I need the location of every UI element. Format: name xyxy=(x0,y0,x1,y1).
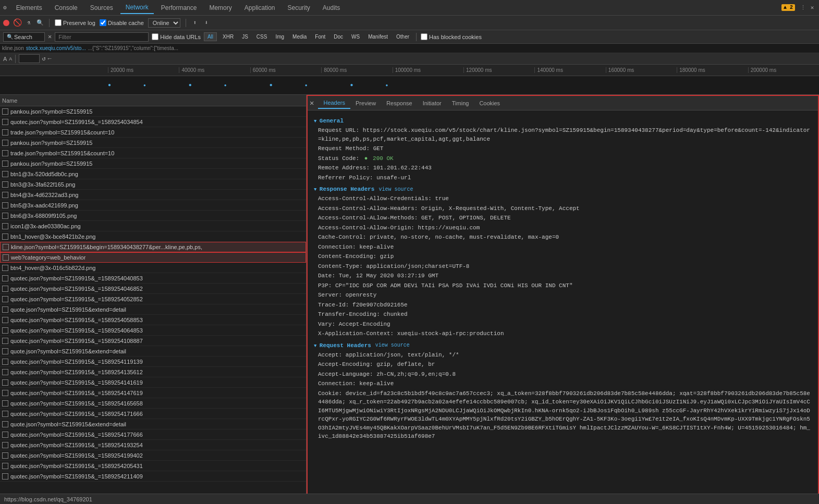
network-row[interactable]: kline.json?symbol=SZ159915&begin=1589340… xyxy=(0,242,306,252)
row-name: btn4_hover@3x-016c5b822d.png xyxy=(10,265,95,271)
has-blocked-checkbox[interactable] xyxy=(421,33,427,40)
network-row[interactable]: quotec.json?symbol=SZ159915&_=1589254040… xyxy=(0,273,306,284)
network-row[interactable]: quote.json?symbol=SZ159915&extend=detail xyxy=(0,304,306,315)
row-icon xyxy=(2,223,8,229)
detail-tab-initiator[interactable]: Initiator xyxy=(418,98,447,108)
network-row[interactable]: quotec.json?symbol=SZ159915&_=1589254199… xyxy=(0,450,306,461)
network-row[interactable]: pankou.json?symbol=SZ159915 xyxy=(0,158,306,169)
ws-filter-btn[interactable]: WS xyxy=(349,33,362,41)
request-headers-view-source[interactable]: view source xyxy=(375,342,410,348)
tab-network[interactable]: Network xyxy=(120,2,154,14)
network-row[interactable]: btn5@3x-aadc421699.png xyxy=(0,200,306,211)
network-row[interactable]: btn1@3x-520dd5db0c.png xyxy=(0,169,306,179)
tab-elements[interactable]: Elements xyxy=(11,2,47,14)
close-devtools-icon[interactable]: ✕ xyxy=(809,4,816,11)
network-row[interactable]: pankou.json?symbol=SZ159915 xyxy=(0,138,306,148)
network-row[interactable]: quotec.json?symbol=SZ159915&_=1589254034… xyxy=(0,117,306,127)
tab-memory[interactable]: Memory xyxy=(204,2,237,14)
network-row[interactable]: icon1@3x-ade03380ac.png xyxy=(0,221,306,231)
network-row[interactable]: btn6@3x-68809f9105.png xyxy=(0,211,306,221)
tab-console[interactable]: Console xyxy=(50,2,83,14)
network-row[interactable]: quotec.json?symbol=SZ159915&_=1589254165… xyxy=(0,398,306,409)
timeline-header: 20000 ms 40000 ms 60000 ms 80000 ms 1000… xyxy=(0,65,819,76)
search-label: Search xyxy=(14,34,32,40)
breadcrumb-file: kline.json xyxy=(2,45,24,51)
media-filter-btn[interactable]: Media xyxy=(290,33,309,41)
network-row[interactable]: btn4@3x-4d62322ad3.png xyxy=(0,190,306,200)
warning-badge[interactable]: ▲ 2 xyxy=(781,4,795,11)
search-icon[interactable]: 🔍 xyxy=(36,19,44,27)
overview-area[interactable]: ● ● ● ● ● ● ● ● xyxy=(0,76,819,95)
js-filter-btn[interactable]: JS xyxy=(239,33,251,41)
hide-data-urls-checkbox[interactable] xyxy=(152,33,158,40)
doc-filter-btn[interactable]: Doc xyxy=(331,33,346,41)
tab-security[interactable]: Security xyxy=(283,2,315,14)
detail-tab-response[interactable]: Response xyxy=(381,98,418,108)
network-row[interactable]: pankou.json?symbol=SZ159915 xyxy=(0,106,306,117)
font-filter-btn[interactable]: Font xyxy=(312,33,328,41)
zoom-back-icon[interactable]: ← xyxy=(48,55,52,63)
filter-icon[interactable]: ⚗ xyxy=(25,19,32,27)
network-row[interactable]: btn3@3x-3fa622f165.png xyxy=(0,179,306,190)
tab-audits[interactable]: Audits xyxy=(317,2,345,14)
css-filter-btn[interactable]: CSS xyxy=(254,33,270,41)
network-row[interactable]: quotec.json?symbol=SZ159915&_=1589254052… xyxy=(0,294,306,304)
network-row[interactable]: quotec.json?symbol=SZ159915&_=1589254058… xyxy=(0,315,306,325)
network-row[interactable]: quote.json?symbol=SZ159915&extend=detail xyxy=(0,346,306,357)
tab-performance[interactable]: Performance xyxy=(156,2,202,14)
network-row[interactable]: quotec.json?symbol=SZ159915&_=1589254193… xyxy=(0,440,306,450)
detail-tab-timing[interactable]: Timing xyxy=(447,98,474,108)
network-row[interactable]: btn1_hover@3x-bce8421b2e.png xyxy=(0,231,306,242)
has-blocked-label[interactable]: Has blocked cookies xyxy=(421,33,482,40)
zoom-input[interactable]: 1.669 xyxy=(19,54,40,63)
row-icon xyxy=(2,317,8,323)
detail-tab-preview[interactable]: Preview xyxy=(350,98,381,108)
record-button[interactable] xyxy=(3,20,9,26)
network-row[interactable]: quotec.json?symbol=SZ159915&_=1589254046… xyxy=(0,284,306,294)
hide-data-urls-label[interactable]: Hide data URLs xyxy=(152,33,201,40)
preserve-log-label[interactable]: Preserve log xyxy=(55,19,95,26)
manifest-filter-btn[interactable]: Manifest xyxy=(365,33,390,41)
network-row[interactable]: quotec.json?symbol=SZ159915&_=1589254108… xyxy=(0,336,306,346)
network-row[interactable]: quotec.json?symbol=SZ159915&_=1589254171… xyxy=(0,409,306,419)
row-name: quote.json?symbol=SZ159915&extend=detail xyxy=(10,421,126,427)
network-row[interactable]: quotec.json?symbol=SZ159915&_=1589254205… xyxy=(0,461,306,471)
network-row[interactable]: trade.json?symbol=SZ159915&count=10 xyxy=(0,148,306,158)
clear-button[interactable]: 🚫 xyxy=(14,19,21,27)
network-row[interactable]: quotec.json?symbol=SZ159915&_=1589254064… xyxy=(0,325,306,336)
network-row[interactable]: quotec.json?symbol=SZ159915&_=1589254211… xyxy=(0,471,306,482)
network-row[interactable]: quotec.json?symbol=SZ159915&_=1589254141… xyxy=(0,377,306,388)
zoom-refresh-icon[interactable]: ↺ xyxy=(42,55,45,63)
detail-tab-cookies[interactable]: Cookies xyxy=(474,98,505,108)
network-row[interactable]: quote.json?symbol=SZ159915&extend=detail xyxy=(0,419,306,429)
row-icon xyxy=(2,327,8,334)
xhr-filter-btn[interactable]: XHR xyxy=(220,33,236,41)
tab-application[interactable]: Application xyxy=(239,2,280,14)
referrer-val: unsafe-url xyxy=(376,175,411,181)
disable-cache-label[interactable]: Disable cache xyxy=(100,19,144,26)
all-filter-btn[interactable]: All xyxy=(204,32,217,41)
other-filter-btn[interactable]: Other xyxy=(394,33,412,41)
tab-sources[interactable]: Sources xyxy=(85,2,118,14)
throttle-dropdown[interactable]: Online xyxy=(148,18,180,28)
network-row[interactable]: quotec.json?symbol=SZ159915&_=1589254119… xyxy=(0,357,306,367)
resp-header-val: CP="IDC DSP COR ADM DEVi TAIi PSA PSD IV… xyxy=(335,282,572,289)
import-icon[interactable]: ⬆ xyxy=(191,19,199,27)
more-options-icon[interactable]: ⋮ xyxy=(799,4,806,11)
network-row[interactable]: web?category=web_behavior xyxy=(0,252,306,263)
network-row[interactable]: trade.json?symbol=SZ159915&count=10 xyxy=(0,127,306,138)
network-row[interactable]: quotec.json?symbol=SZ159915&_=1589254177… xyxy=(0,429,306,440)
network-row[interactable]: btn4_hover@3x-016c5b822d.png xyxy=(0,263,306,273)
preserve-log-checkbox[interactable] xyxy=(55,19,62,26)
detail-close-icon[interactable]: ✕ xyxy=(310,99,314,107)
export-icon[interactable]: ⬇ xyxy=(203,19,210,27)
img-filter-btn[interactable]: Img xyxy=(273,33,287,41)
status-bar-text: https://blog.csdn.net/qq_34769201 xyxy=(4,496,92,502)
filter-input[interactable] xyxy=(55,32,149,42)
network-row[interactable]: quotec.json?symbol=SZ159915&_=1589254147… xyxy=(0,388,306,398)
search-close-icon[interactable]: ✕ xyxy=(48,33,52,41)
disable-cache-checkbox[interactable] xyxy=(100,19,106,26)
network-row[interactable]: quotec.json?symbol=SZ159915&_=1589254135… xyxy=(0,367,306,377)
response-headers-view-source[interactable]: view source xyxy=(378,187,413,192)
detail-tab-headers[interactable]: Headers xyxy=(318,97,350,109)
